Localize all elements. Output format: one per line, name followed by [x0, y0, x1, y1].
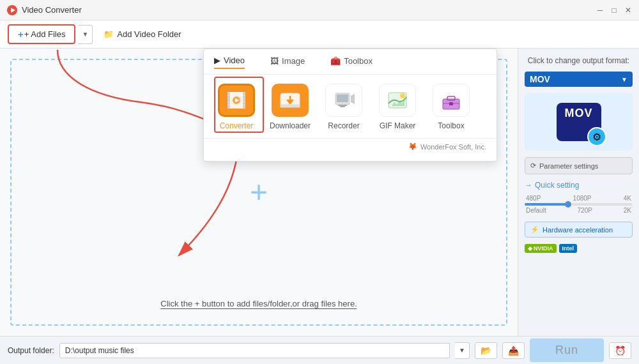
svg-point-29 [400, 93, 405, 98]
minimize-button[interactable]: ─ [596, 6, 604, 15]
output-folder-dropdown-button[interactable]: ▼ [455, 342, 470, 359]
plus-icon: + [18, 29, 24, 40]
folder-icon: 📁 [104, 29, 114, 39]
output-folder-input[interactable] [59, 343, 450, 358]
svg-point-8 [227, 102, 230, 105]
folder-browse-button[interactable]: 📂 [475, 342, 497, 359]
folder-open-icon: 📂 [481, 345, 491, 356]
quality-thumb[interactable] [565, 201, 571, 208]
wonderfox-logo-icon: 🦊 [408, 142, 417, 151]
label-480p: 480P [526, 195, 541, 202]
label-4k: 4K [624, 195, 631, 202]
svg-point-6 [227, 96, 230, 98]
svg-rect-21 [281, 105, 300, 107]
svg-point-12 [243, 99, 245, 102]
svg-point-10 [243, 93, 245, 95]
export-icon: 📤 [508, 345, 519, 356]
svg-rect-33 [449, 102, 453, 105]
add-files-button[interactable]: + + Add Files [8, 24, 75, 44]
nav-tab-video[interactable]: ▶ Video [214, 56, 245, 69]
add-folder-label: Add Video Folder [117, 29, 181, 39]
nav-tab-image[interactable]: 🖼 Image [270, 56, 305, 69]
gif-maker-label: GIF Maker [380, 121, 416, 130]
mov-gear-icon: ⚙ [587, 127, 606, 146]
converter-icon-container [217, 82, 256, 118]
quick-setting-icon: → [525, 181, 532, 190]
nav-item-gif-maker[interactable]: GIF Maker [375, 82, 420, 130]
bottom-bar: Output folder: ▼ 📂 📤 Run ⏰ [0, 336, 639, 364]
quality-slider-container: 480P 1080P 4K Default 720P 2K [525, 193, 633, 215]
toolbox-nav-label: Toolbox [438, 121, 464, 130]
drop-zone-hint: Click the + button to add files/folder,o… [160, 298, 357, 309]
nav-item-downloader[interactable]: Downloader [268, 82, 312, 130]
svg-point-7 [227, 99, 230, 102]
recorder-label: Recorder [328, 121, 359, 130]
quality-track[interactable] [525, 203, 633, 206]
quick-setting-label-text: Quick setting [535, 181, 579, 190]
svg-rect-26 [338, 105, 347, 106]
quick-setting-section: → Quick setting 480P 1080P 4K Default 72… [525, 181, 633, 215]
downloader-icon-container [271, 82, 309, 118]
add-files-dropdown-button[interactable]: ▼ [78, 25, 93, 44]
title-bar: Video Converter ─ □ ✕ [0, 0, 639, 20]
app-logo [6, 4, 18, 16]
svg-rect-24 [337, 95, 348, 102]
nav-item-recorder[interactable]: Recorder [321, 82, 366, 130]
toolbox-icon [433, 84, 470, 117]
settings-icon: ⟳ [530, 162, 536, 170]
svg-marker-25 [351, 94, 355, 104]
video-tab-label: Video [224, 56, 245, 65]
hw-accel-label: Hardware acceleration [543, 226, 613, 234]
toolbox-tab-icon: 🧰 [330, 56, 341, 66]
nvidia-icon: ◈ [528, 245, 532, 252]
intel-badge: Intel [559, 244, 578, 253]
intel-label: Intel [562, 245, 574, 252]
gif-maker-icon [379, 84, 416, 117]
recorder-icon [325, 84, 362, 117]
image-tab-label: Image [282, 56, 305, 66]
hardware-acceleration-button[interactable]: ⚡ Hardware acceleration [525, 222, 633, 238]
label-2k: 2K [624, 207, 631, 214]
nav-dropdown-header: ▶ Video 🖼 Image 🧰 Toolbox [204, 56, 497, 75]
converter-label: Converter [220, 121, 254, 130]
label-default: Default [526, 207, 546, 214]
param-settings-label: Parameter settings [539, 162, 598, 170]
svg-point-13 [243, 102, 245, 105]
nvidia-badge: ◈ NVIDIA [525, 244, 557, 253]
nav-item-converter[interactable]: Converter [214, 82, 259, 130]
close-button[interactable]: ✕ [624, 6, 633, 15]
video-tab-icon: ▶ [214, 56, 220, 65]
converter-icon [218, 84, 255, 117]
parameter-settings-button[interactable]: ⟳ Parameter settings [525, 157, 633, 174]
add-video-folder-button[interactable]: 📁 Add Video Folder [95, 26, 189, 43]
nav-dropdown: ▶ Video 🖼 Image 🧰 Toolbox [203, 49, 497, 162]
svg-point-9 [227, 105, 230, 108]
alarm-button[interactable]: ⏰ [609, 342, 631, 359]
svg-point-14 [243, 105, 245, 108]
nav-dropdown-footer: 🦊 WonderFox Soft, Inc. [204, 138, 497, 155]
label-720p: 720P [578, 207, 592, 214]
add-files-label: + Add Files [24, 29, 66, 39]
format-dropdown[interactable]: MOV ▼ [525, 72, 633, 87]
downloader-label: Downloader [270, 121, 311, 130]
dropdown-arrow-icon: ▼ [621, 76, 627, 83]
maximize-button[interactable]: □ [610, 6, 619, 15]
nav-tab-toolbox[interactable]: 🧰 Toolbox [330, 56, 373, 69]
right-panel: Click to change output format: MOV ▼ MOV… [518, 49, 639, 336]
output-format-label: Click to change output format: [525, 56, 633, 65]
svg-rect-27 [340, 106, 345, 107]
export-button[interactable]: 📤 [502, 342, 525, 359]
format-preview: MOV ⚙ [525, 93, 633, 151]
nav-item-toolbox[interactable]: Toolbox [429, 82, 473, 130]
image-tab-icon: 🖼 [270, 56, 279, 66]
gpu-badges: ◈ NVIDIA Intel [525, 244, 633, 253]
window-title: Video Converter [22, 5, 82, 15]
drop-zone-plus-icon: + [250, 177, 268, 208]
drop-zone-hint-text: Click the + button to add files/folder,o… [160, 299, 357, 309]
hw-accel-icon: ⚡ [530, 225, 539, 234]
run-button[interactable]: Run [530, 338, 604, 362]
toolbox-tab-label: Toolbox [344, 56, 373, 66]
svg-point-11 [243, 96, 245, 98]
footer-text: WonderFox Soft, Inc. [420, 143, 486, 151]
toolbox-icon-container [432, 82, 470, 118]
